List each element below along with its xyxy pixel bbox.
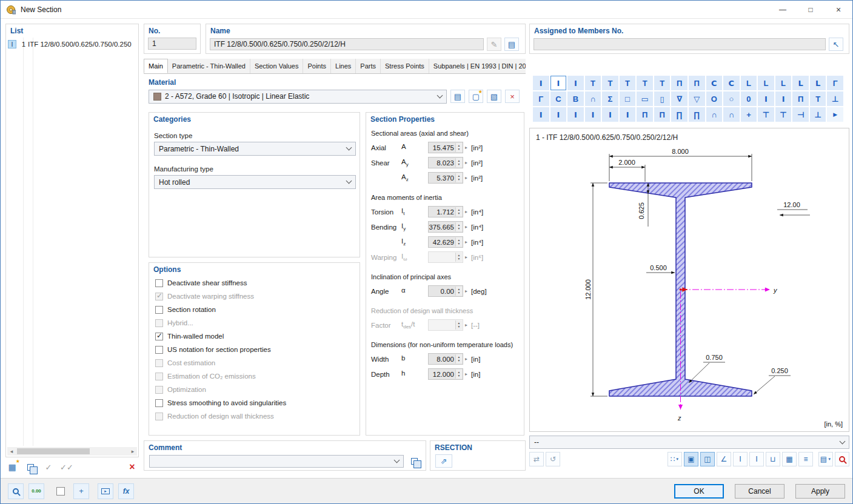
minimize-button[interactable]: — [769,1,797,18]
checkbox[interactable] [155,333,163,340]
section-shape-icon[interactable]: ▯ [654,91,671,106]
section-shape-icon[interactable]: Π [637,107,653,122]
section-shape-icon[interactable]: Ⅽ [706,76,723,90]
tab-parts[interactable]: Parts [356,59,381,73]
apply-button[interactable]: Apply [795,484,845,499]
section-shape-icon[interactable]: Ⅼ [810,76,826,90]
check-all-sections-button[interactable]: ✓✓ [60,460,73,474]
background-color-button[interactable] [53,483,69,499]
material-combo[interactable]: 2 - A572, Grade 60 | Isotropic | Linear … [149,90,447,104]
value-field[interactable]: 15.475▴▾ [428,142,463,153]
section-shape-icon[interactable]: Σ [602,91,618,106]
select-objects-button[interactable]: + [73,483,89,499]
checkbox[interactable] [155,319,163,327]
section-shape-icon[interactable]: T [620,76,636,90]
value-field[interactable]: 375.665▴▾ [428,221,463,233]
spinner[interactable]: ▴▾ [455,143,462,152]
value-field[interactable]: 12.000▴▾ [428,368,463,380]
param-arrow-icon[interactable]: ▸ [465,288,467,294]
param-arrow-icon[interactable]: ▸ [465,160,467,165]
section-shape-icon[interactable]: Ⅰ [550,76,567,90]
section-shape-icon[interactable]: C [550,91,567,106]
param-arrow-icon[interactable]: ▸ [465,254,467,260]
manufacturing-type-combo[interactable]: Hot rolled [154,175,356,189]
checkbox[interactable] [155,413,163,420]
spinner[interactable]: ▴▾ [455,207,462,216]
section-shape-icon[interactable]: Ⅼ [792,76,809,90]
section-shape-icon[interactable]: Ⅰ [585,107,601,122]
formula-button[interactable]: fx [118,483,134,499]
param-arrow-icon[interactable]: ▸ [465,209,467,214]
section-shape-icon[interactable]: O [706,91,723,106]
section-shape-icon[interactable]: T [810,91,826,106]
param-arrow-icon[interactable]: ▸ [465,371,467,377]
edit-name-button[interactable]: ✎ [487,38,501,51]
spinner[interactable]: ▴▾ [455,222,462,231]
value-field[interactable]: 8.000▴▾ [428,353,463,365]
material-library-button[interactable]: ▤ [450,90,465,103]
preview-view-combo[interactable]: -- [529,436,849,449]
update-preview-button[interactable]: ⇄ [529,452,544,466]
option-cost-estimation[interactable]: Cost estimation [149,356,360,370]
section-shape-icon[interactable]: Π [792,91,809,106]
section-shape-icon[interactable]: Ⅰ [620,107,636,122]
section-shape-icon[interactable]: Π [689,76,705,90]
new-window-button[interactable]: ▣ [684,452,698,466]
show-welds-button[interactable]: ⊔ [766,452,780,466]
list-item[interactable]: Ⅰ 1 ITF 12/8/0.500/0.625/0.750/0.250 [8,39,137,50]
section-shape-icon[interactable]: Ⅰ [550,107,567,122]
section-shape-icon[interactable]: 0 [741,91,757,106]
scroll-left-icon[interactable]: ◂ [7,448,16,454]
assigned-members-field[interactable] [534,38,826,50]
checkbox[interactable] [155,346,163,354]
section-type-combo[interactable]: Parametric - Thin-Walled [154,142,356,156]
value-field[interactable]: 42.629▴▾ [428,236,463,248]
decimal-places-button[interactable]: 0.00 [28,483,44,499]
option-section-rotation[interactable]: Section rotation [149,303,360,316]
copy-view-button[interactable]: ◫ [700,452,715,466]
section-name-field[interactable]: ITF 12/8/0.500/0.625/0.750/0.250/2/12/H [210,38,484,50]
cancel-button[interactable]: Cancel [735,484,784,499]
open-in-rsection-button[interactable]: ⇗ [435,454,452,468]
section-shape-icon[interactable]: Ⅰ [533,107,549,122]
param-arrow-icon[interactable]: ▸ [465,356,467,362]
display-properties-button[interactable]: ▸ [98,483,113,499]
scrollbar-thumb[interactable] [17,448,90,454]
edit-material-button[interactable]: ▧ [487,90,501,103]
section-library-button[interactable]: ▤ [504,38,519,51]
section-shape-icon[interactable]: ○ [723,91,740,106]
param-arrow-icon[interactable]: ▸ [465,175,467,181]
section-shape-icon[interactable]: Ⅰ [567,76,584,90]
section-shape-icon[interactable]: ∇ [671,91,687,106]
section-shape-icon[interactable]: L [775,76,792,90]
report-list-button[interactable]: ≡ [798,452,813,466]
checkbox[interactable] [155,306,163,314]
tab-subpanels[interactable]: Subpanels | EN 1993 | DIN | 2016-04 [429,59,526,73]
section-shape-icon[interactable]: ▭ [637,91,653,106]
option-thin-walled-model[interactable]: Thin-walled model [149,330,360,343]
checkbox[interactable] [155,386,163,394]
checkbox[interactable] [155,399,163,407]
option-deactivate-warping-stiffness[interactable]: Deactivate warping stiffness [149,290,360,303]
comment-combo[interactable] [149,455,404,468]
check-section-button[interactable]: ✓ [42,460,55,474]
spinner[interactable]: ▴▾ [455,370,462,379]
spinner[interactable]: ▴▾ [455,158,462,167]
spinner[interactable]: ▴▾ [455,173,462,182]
section-shape-icon[interactable]: ∏ [671,107,687,122]
section-shape-icon[interactable]: T [637,76,653,90]
param-arrow-icon[interactable]: ▸ [465,239,467,245]
ok-button[interactable]: OK [674,484,724,499]
section-shape-icon[interactable]: ▽ [689,91,705,106]
section-shape-icon[interactable]: Ⅰ [775,91,792,106]
value-field[interactable]: ▴▾ [428,319,463,331]
section-shape-icon[interactable]: T [602,76,618,90]
copy-comment-button[interactable] [407,454,421,468]
checkbox[interactable] [155,279,163,287]
param-arrow-icon[interactable]: ▸ [465,224,467,230]
section-shape-icon[interactable]: ⊤ [758,107,774,122]
delete-section-button[interactable]: × [125,460,139,474]
section-shape-icon[interactable]: ⊣ [792,107,809,122]
section-shape-icon[interactable]: Ⅰ [758,91,774,106]
spinner[interactable]: ▴▾ [455,237,462,247]
